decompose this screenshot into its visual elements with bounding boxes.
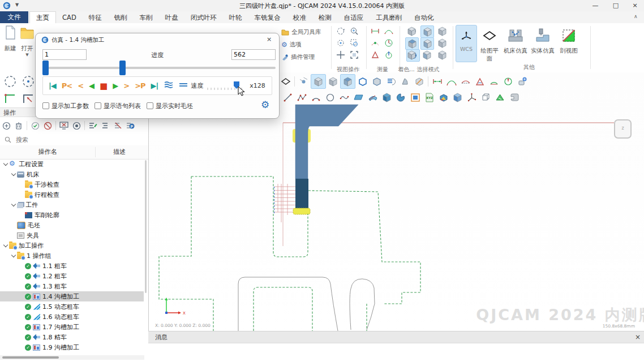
screen-output-icon[interactable] <box>58 120 70 131</box>
tree-item-1.3-粗车[interactable]: 1.3 粗车 <box>0 281 144 291</box>
face-curved-icon[interactable] <box>366 90 380 104</box>
play-backward-button[interactable]: ◀ <box>89 81 94 90</box>
draw-polyline-icon[interactable] <box>295 90 309 104</box>
corner-arrow-icon[interactable] <box>22 92 35 107</box>
file-menu-button[interactable]: 文件 <box>0 11 28 23</box>
measure-gauge-icon[interactable] <box>501 75 515 88</box>
tab-turning[interactable]: 车削 <box>134 12 159 24</box>
measure-min-arc-icon[interactable] <box>458 75 473 88</box>
nc-compare-icon[interactable] <box>178 80 188 91</box>
tree-item-1.2-粗车[interactable]: 1.2 粗车 <box>0 271 144 281</box>
progress-slider-thumb-start[interactable] <box>42 61 49 75</box>
nc-lines-icon[interactable] <box>164 80 174 92</box>
draw-line-icon[interactable] <box>281 90 295 104</box>
gray-solid-icon[interactable] <box>507 90 521 104</box>
minimize-button[interactable]: — <box>586 0 604 11</box>
tab-cad[interactable]: CAD <box>56 12 83 24</box>
tab-automation[interactable]: 自动化 <box>408 12 440 24</box>
tree-item-1-操作组[interactable]: 1 操作组 <box>0 251 144 261</box>
select-edge-icon[interactable] <box>420 25 434 38</box>
tree-item-干涉检查[interactable]: 干涉检查 <box>0 179 144 189</box>
expand-chevron-icon[interactable] <box>10 255 17 257</box>
framed-box-icon[interactable] <box>408 90 422 104</box>
tree-item-夹具[interactable]: 夹具 <box>0 230 144 240</box>
select-vertex-icon[interactable] <box>405 25 418 37</box>
dialog-title-bar[interactable]: 仿真 - 1.4 沟槽加工 × <box>36 33 279 46</box>
nav-orientation-button[interactable]: z <box>614 119 632 139</box>
machine-sim-button[interactable]: 机床仿真 <box>503 25 528 62</box>
remove-list-icon[interactable] <box>111 120 124 131</box>
tab-home[interactable]: 主页 <box>29 11 56 24</box>
expand-chevron-icon[interactable] <box>2 245 9 247</box>
progress-slider-thumb-current[interactable] <box>119 61 126 75</box>
horizontal-scrollbar[interactable] <box>0 355 144 360</box>
solid-box-icon[interactable] <box>380 90 394 104</box>
measure-radius-icon[interactable] <box>487 75 501 88</box>
open-file-button[interactable]: 打开 ▼ <box>19 25 35 62</box>
tab-closed-blisk[interactable]: 闭式叶环 <box>184 12 223 24</box>
draw-spline-icon[interactable] <box>337 90 351 104</box>
solid-sim-button[interactable]: 实体仿真 <box>530 25 555 62</box>
tab-impeller[interactable]: 叶轮 <box>223 12 248 24</box>
filter-open-shell-icon[interactable] <box>355 75 370 88</box>
search-input[interactable] <box>15 136 130 144</box>
tree-item-1.6-动态粗车[interactable]: 1.6 动态粗车 <box>0 312 144 322</box>
tab-inspection[interactable]: 检测 <box>312 12 338 24</box>
column-operation-name[interactable]: 操作名 <box>0 148 95 156</box>
tree-item-加工操作[interactable]: 加工操作 <box>0 240 144 251</box>
prev-pass-button[interactable]: P< <box>62 81 72 90</box>
draw-circle-icon[interactable] <box>323 90 337 104</box>
tree-item-1.1-粗车[interactable]: 1.1 粗车 <box>0 261 144 271</box>
dialog-close-icon[interactable]: × <box>267 36 272 43</box>
stock-circle-icon[interactable] <box>3 75 17 90</box>
sim-settings-gear-icon[interactable]: ⚙ <box>261 99 269 110</box>
rotate-view-icon[interactable] <box>334 25 347 37</box>
vertical-scrollbar[interactable] <box>144 160 147 296</box>
face-quad-icon[interactable] <box>351 90 366 104</box>
select-face-icon[interactable] <box>405 37 419 50</box>
measure-curve-icon[interactable] <box>369 37 381 49</box>
tab-tool-grinding[interactable]: 工具磨削 <box>370 12 408 24</box>
collapse-ribbon-icon[interactable]: ∧ <box>634 14 638 19</box>
tree-item-1.9-沟槽加工[interactable]: 1.9 沟槽加工 <box>0 342 144 352</box>
expand-chevron-icon[interactable] <box>10 204 17 206</box>
colored-solid-icon[interactable] <box>436 90 450 104</box>
tab-feature[interactable]: 特征 <box>83 12 108 24</box>
select-filter-icon[interactable] <box>436 49 448 61</box>
wireframe-cube-icon[interactable] <box>479 90 493 104</box>
message-close-icon[interactable]: × <box>632 331 644 343</box>
select-shell-icon[interactable] <box>420 37 434 50</box>
postprocess-icon[interactable]: P <box>124 120 136 131</box>
select-compound-icon[interactable] <box>420 49 433 61</box>
fit-view-icon[interactable] <box>348 49 360 61</box>
select-wire-icon[interactable] <box>436 25 448 37</box>
plugin-manager-button[interactable]: 插件管理 <box>281 51 315 62</box>
zoom-in-icon[interactable] <box>348 25 360 37</box>
tree-item-机床[interactable]: 机床 <box>0 169 144 179</box>
tree-item-1.7-沟槽加工[interactable]: 1.7 沟槽加工 <box>0 322 144 332</box>
green-face-icon[interactable] <box>493 90 507 104</box>
tab-blisk[interactable]: 叶盘 <box>159 12 184 24</box>
axes-small-icon[interactable] <box>465 90 479 104</box>
filter-cone-icon[interactable] <box>398 75 412 88</box>
show-machining-params-checkbox[interactable] <box>42 102 49 109</box>
measure-angle2-icon[interactable] <box>473 75 487 88</box>
close-button[interactable]: × <box>626 0 644 11</box>
tree-item-车削轮廓[interactable]: 车削轮廓 <box>0 210 144 220</box>
measure-distance-icon[interactable] <box>369 25 381 37</box>
tree-item-1.4-沟槽加工[interactable]: 1.4 沟槽加工 <box>0 291 144 301</box>
show-statement-list-checkbox[interactable] <box>95 102 101 109</box>
measure-span-icon[interactable] <box>430 75 444 88</box>
delete-operation-icon[interactable] <box>12 120 25 131</box>
global-tool-library-button[interactable]: 全局刀具库 <box>281 26 321 37</box>
rotate-center-icon[interactable] <box>334 37 347 49</box>
open-dropdown-icon[interactable]: ▼ <box>19 53 35 57</box>
tab-calibration[interactable]: 校准 <box>287 12 312 24</box>
maximize-button[interactable]: □ <box>607 0 625 11</box>
filter-face-icon[interactable] <box>340 74 355 89</box>
play-button[interactable]: ▶ <box>113 81 118 90</box>
filter-sheet-body-icon[interactable] <box>384 75 398 88</box>
list-icon[interactable] <box>99 120 111 131</box>
skip-to-end-button[interactable]: ▶| <box>151 81 158 90</box>
draw-plane-button[interactable]: 绘图平面 <box>478 25 501 62</box>
